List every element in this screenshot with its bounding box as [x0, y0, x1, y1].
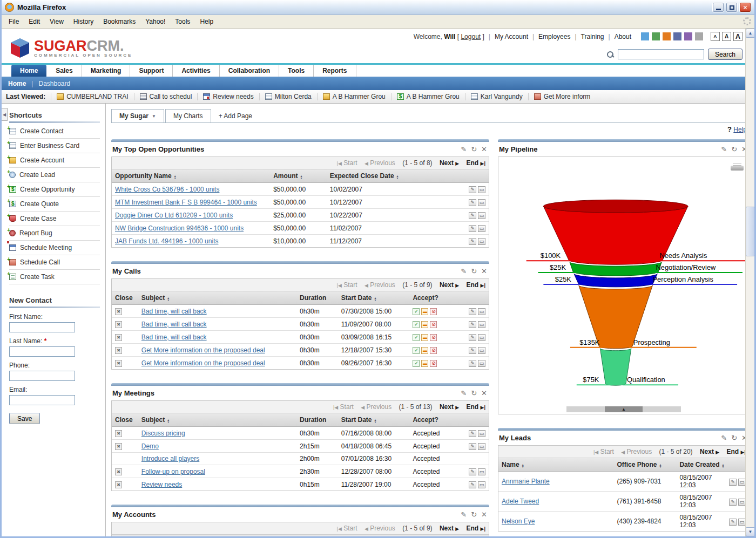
scroll-down-arrow[interactable]: ▼: [746, 527, 755, 536]
save-button[interactable]: Save: [9, 413, 40, 424]
maximize-button[interactable]: [726, 2, 738, 12]
logout-link[interactable]: Logout: [461, 33, 481, 40]
last-viewed-item[interactable]: Review needs: [197, 93, 259, 100]
tentative-icon[interactable]: ▬: [421, 308, 428, 315]
decline-icon[interactable]: ⊘: [430, 360, 437, 367]
refresh-dashlet-icon[interactable]: ↻: [471, 145, 477, 153]
my-account-link[interactable]: My Account: [495, 33, 528, 40]
email-field[interactable]: [9, 395, 75, 405]
shortcut-schedule-call[interactable]: Schedule Call: [9, 255, 100, 270]
view-row-icon[interactable]: ▭: [478, 238, 485, 245]
tentative-icon[interactable]: ▬: [421, 347, 428, 354]
breadcrumb-home[interactable]: Home: [8, 80, 26, 87]
call-link[interactable]: Get More information on the proposed dea…: [141, 359, 265, 367]
menu-bookmarks[interactable]: Bookmarks: [98, 16, 140, 27]
accept-icon[interactable]: ✓: [413, 334, 420, 341]
theme-swatch-purple[interactable]: [684, 32, 692, 40]
view-row-icon[interactable]: ▭: [478, 443, 485, 450]
pagination-next[interactable]: Next ▶: [440, 525, 459, 532]
menu-yahoo[interactable]: Yahoo!: [140, 16, 170, 27]
last-viewed-item[interactable]: Get More inform: [528, 93, 596, 100]
col-office-phone[interactable]: Office Phone▲▼: [613, 458, 676, 472]
theme-swatch-blue[interactable]: [641, 32, 649, 40]
pagination-previous[interactable]: ◀ Previous: [621, 448, 652, 455]
shortcut-create-quote[interactable]: Create Quote: [9, 197, 100, 212]
decline-icon[interactable]: ⊘: [430, 347, 437, 354]
theme-swatch-orange[interactable]: [663, 32, 671, 40]
phone-field[interactable]: [9, 371, 75, 381]
edit-row-icon[interactable]: ✎: [729, 519, 737, 526]
pagination-end[interactable]: End ▶|: [727, 448, 746, 455]
tab-activities[interactable]: Activities: [173, 65, 219, 77]
refresh-dashlet-icon[interactable]: ↻: [471, 510, 477, 519]
col-date-entered[interactable]: Date Entered▲▼: [327, 535, 455, 538]
pagination-next[interactable]: Next ▶: [440, 403, 459, 411]
pagination-previous[interactable]: ◀ Previous: [364, 281, 395, 289]
view-row-icon[interactable]: ▭: [738, 479, 746, 486]
close-call-icon[interactable]: ✖: [115, 360, 122, 367]
pagination-previous[interactable]: ◀ Previous: [361, 403, 392, 411]
tab-reports[interactable]: Reports: [314, 65, 356, 77]
pagination-end[interactable]: End ▶|: [467, 159, 485, 167]
pagination-start[interactable]: |◀ Start: [337, 525, 357, 532]
opportunity-link[interactable]: NW Bridge Construction 994636 - 1000 uni…: [115, 224, 244, 232]
meeting-link[interactable]: Demo: [141, 442, 159, 450]
meeting-link[interactable]: Introduce all players: [141, 455, 199, 462]
theme-swatch-slate[interactable]: [673, 32, 681, 40]
edit-row-icon[interactable]: ✎: [469, 186, 476, 193]
refresh-dashlet-icon[interactable]: ↻: [731, 145, 737, 153]
edit-row-icon[interactable]: ✎: [469, 225, 476, 232]
edit-row-icon[interactable]: ✎: [469, 238, 476, 245]
pagination-start[interactable]: |◀ Start: [333, 403, 354, 411]
employees-link[interactable]: Employees: [538, 33, 570, 40]
browser-scrollbar[interactable]: ▲ ▼: [745, 29, 754, 536]
pagination-start[interactable]: |◀ Start: [337, 159, 357, 167]
col-phone[interactable]: Phone▲▼: [270, 535, 327, 538]
accept-icon[interactable]: ✓: [413, 347, 420, 354]
edit-row-icon[interactable]: ✎: [729, 479, 737, 486]
accept-icon[interactable]: ✓: [413, 360, 420, 367]
col-subject[interactable]: Subject▲▼: [138, 291, 296, 305]
close-dashlet-icon[interactable]: ✕: [481, 267, 487, 275]
shortcut-create-opportunity[interactable]: Create Opportunity: [9, 182, 100, 197]
decline-icon[interactable]: ⊘: [430, 308, 437, 315]
meeting-link[interactable]: Review needs: [141, 481, 182, 488]
tab-home[interactable]: Home: [11, 65, 46, 77]
close-call-icon[interactable]: ✖: [115, 321, 122, 328]
tab-tools[interactable]: Tools: [279, 65, 314, 77]
shortcut-create-case[interactable]: Create Case: [9, 212, 100, 226]
shortcut-create-account[interactable]: Create Account: [9, 153, 100, 168]
meeting-link[interactable]: Discuss pricing: [141, 430, 185, 437]
col-date-created[interactable]: Date Created▲▼: [676, 458, 724, 472]
view-row-icon[interactable]: ▭: [478, 308, 485, 315]
edit-row-icon[interactable]: ✎: [469, 334, 476, 341]
close-dashlet-icon[interactable]: ✕: [481, 145, 487, 153]
accept-icon[interactable]: ✓: [413, 321, 420, 328]
col-account-name[interactable]: Account Name▲▼: [112, 535, 270, 538]
menu-edit[interactable]: Edit: [24, 16, 45, 27]
meeting-link[interactable]: Follow-up on proposal: [141, 468, 205, 475]
menu-view[interactable]: View: [45, 16, 69, 27]
last-viewed-item[interactable]: Karl Vangundy: [465, 93, 528, 100]
pagination-next[interactable]: Next ▶: [440, 159, 459, 167]
view-row-icon[interactable]: ▭: [478, 225, 485, 232]
edit-row-icon[interactable]: ✎: [469, 347, 476, 354]
view-row-icon[interactable]: ▭: [478, 212, 485, 219]
last-viewed-item[interactable]: A B Hammer Grou: [317, 93, 391, 100]
shortcut-create-contact[interactable]: Create Contact: [9, 124, 100, 139]
view-row-icon[interactable]: ▭: [478, 321, 485, 328]
last-name-field[interactable]: [9, 346, 75, 357]
view-row-icon[interactable]: ▭: [478, 481, 485, 488]
tentative-icon[interactable]: ▬: [421, 360, 428, 367]
edit-row-icon[interactable]: ✎: [469, 481, 476, 488]
tab-my-charts[interactable]: My Charts: [165, 109, 211, 122]
tentative-icon[interactable]: ▬: [421, 334, 428, 341]
opportunity-link[interactable]: Doggie Diner Co Ltd 610209 - 1000 units: [115, 212, 233, 219]
theme-swatch-gray[interactable]: [695, 32, 703, 40]
menu-file[interactable]: File: [4, 16, 24, 27]
edit-row-icon[interactable]: ✎: [469, 360, 476, 367]
col-name[interactable]: Name▲▼: [498, 458, 613, 472]
call-link[interactable]: Get More information on the proposed dea…: [141, 346, 265, 354]
shortcut-report-bug[interactable]: Report Bug: [9, 226, 100, 241]
sidebar-collapse-arrow[interactable]: ◀: [2, 108, 8, 121]
